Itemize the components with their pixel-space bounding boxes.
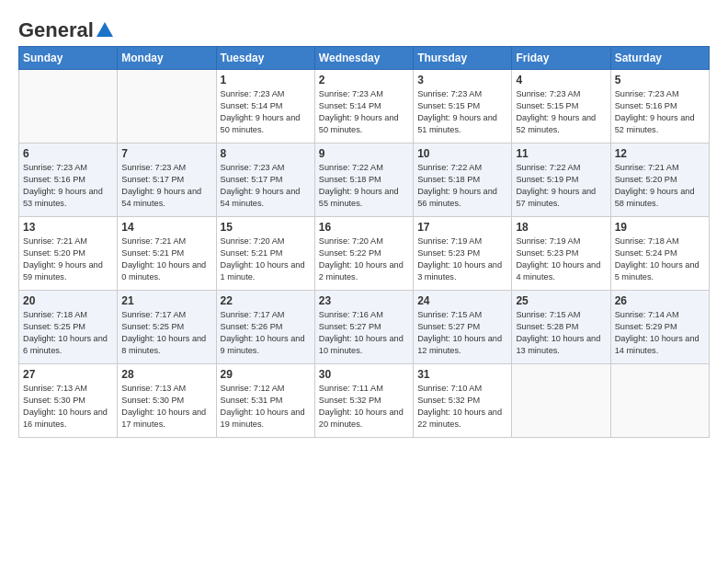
- day-info: Sunrise: 7:13 AMSunset: 5:30 PMDaylight:…: [23, 383, 113, 431]
- calendar-cell: 9Sunrise: 7:22 AMSunset: 5:18 PMDaylight…: [314, 144, 413, 217]
- day-info: Sunrise: 7:11 AMSunset: 5:32 PMDaylight:…: [319, 383, 409, 431]
- day-number: 24: [417, 294, 507, 307]
- day-info: Sunrise: 7:21 AMSunset: 5:20 PMDaylight:…: [615, 162, 705, 210]
- day-info: Sunrise: 7:23 AMSunset: 5:16 PMDaylight:…: [23, 162, 113, 210]
- day-info: Sunrise: 7:12 AMSunset: 5:31 PMDaylight:…: [221, 383, 311, 431]
- day-info: Sunrise: 7:10 AMSunset: 5:32 PMDaylight:…: [417, 383, 507, 431]
- calendar-cell: [512, 364, 610, 438]
- weekday-header-sunday: Sunday: [19, 47, 118, 70]
- day-number: 13: [23, 221, 113, 234]
- calendar-cell: 31Sunrise: 7:10 AMSunset: 5:32 PMDayligh…: [414, 364, 512, 438]
- calendar-cell: 16Sunrise: 7:20 AMSunset: 5:22 PMDayligh…: [314, 217, 413, 291]
- calendar-week-1: 1Sunrise: 7:23 AMSunset: 5:14 PMDaylight…: [19, 70, 710, 144]
- calendar-cell: [610, 364, 709, 438]
- day-info: Sunrise: 7:21 AMSunset: 5:21 PMDaylight:…: [121, 236, 211, 283]
- day-info: Sunrise: 7:15 AMSunset: 5:28 PMDaylight:…: [516, 309, 606, 357]
- day-info: Sunrise: 7:22 AMSunset: 5:18 PMDaylight:…: [417, 162, 507, 210]
- calendar-cell: 4Sunrise: 7:23 AMSunset: 5:15 PMDaylight…: [512, 70, 610, 144]
- calendar-cell: 3Sunrise: 7:23 AMSunset: 5:15 PMDaylight…: [414, 70, 512, 144]
- day-info: Sunrise: 7:19 AMSunset: 5:23 PMDaylight:…: [516, 236, 606, 283]
- calendar-cell: 29Sunrise: 7:12 AMSunset: 5:31 PMDayligh…: [216, 364, 314, 438]
- weekday-header-thursday: Thursday: [414, 47, 512, 70]
- day-number: 20: [23, 294, 113, 307]
- day-info: Sunrise: 7:18 AMSunset: 5:24 PMDaylight:…: [615, 236, 705, 283]
- day-number: 28: [121, 368, 211, 381]
- day-info: Sunrise: 7:22 AMSunset: 5:19 PMDaylight:…: [516, 162, 606, 210]
- calendar-cell: 23Sunrise: 7:16 AMSunset: 5:27 PMDayligh…: [314, 291, 413, 364]
- day-info: Sunrise: 7:16 AMSunset: 5:27 PMDaylight:…: [319, 309, 409, 357]
- day-number: 2: [319, 74, 409, 86]
- day-number: 11: [516, 147, 606, 160]
- day-info: Sunrise: 7:23 AMSunset: 5:16 PMDaylight:…: [615, 88, 705, 136]
- page-header: General: [18, 18, 710, 37]
- day-number: 4: [516, 74, 606, 86]
- day-info: Sunrise: 7:23 AMSunset: 5:17 PMDaylight:…: [121, 162, 211, 210]
- calendar-cell: [118, 70, 216, 144]
- day-info: Sunrise: 7:13 AMSunset: 5:30 PMDaylight:…: [121, 383, 211, 431]
- calendar-cell: 22Sunrise: 7:17 AMSunset: 5:26 PMDayligh…: [216, 291, 314, 364]
- day-number: 8: [221, 147, 311, 160]
- day-number: 3: [417, 74, 507, 86]
- calendar-cell: 24Sunrise: 7:15 AMSunset: 5:27 PMDayligh…: [414, 291, 512, 364]
- calendar-week-5: 27Sunrise: 7:13 AMSunset: 5:30 PMDayligh…: [19, 364, 710, 438]
- day-number: 5: [615, 74, 705, 86]
- day-info: Sunrise: 7:19 AMSunset: 5:23 PMDaylight:…: [417, 236, 507, 283]
- calendar-cell: 8Sunrise: 7:23 AMSunset: 5:17 PMDaylight…: [216, 144, 314, 217]
- day-info: Sunrise: 7:21 AMSunset: 5:20 PMDaylight:…: [23, 236, 113, 283]
- day-number: 27: [23, 368, 113, 381]
- day-number: 6: [23, 147, 113, 160]
- day-info: Sunrise: 7:15 AMSunset: 5:27 PMDaylight:…: [417, 309, 507, 357]
- calendar-cell: 12Sunrise: 7:21 AMSunset: 5:20 PMDayligh…: [610, 144, 709, 217]
- day-number: 29: [221, 368, 311, 381]
- day-number: 22: [221, 294, 311, 307]
- logo: General: [18, 18, 116, 37]
- day-number: 1: [221, 74, 311, 86]
- calendar-week-3: 13Sunrise: 7:21 AMSunset: 5:20 PMDayligh…: [19, 217, 710, 291]
- day-number: 10: [417, 147, 507, 160]
- day-number: 18: [516, 221, 606, 234]
- calendar-cell: 20Sunrise: 7:18 AMSunset: 5:25 PMDayligh…: [19, 291, 118, 364]
- calendar-cell: 14Sunrise: 7:21 AMSunset: 5:21 PMDayligh…: [118, 217, 216, 291]
- day-info: Sunrise: 7:22 AMSunset: 5:18 PMDaylight:…: [319, 162, 409, 210]
- weekday-header-friday: Friday: [512, 47, 610, 70]
- day-number: 16: [319, 221, 409, 234]
- calendar-cell: [19, 70, 118, 144]
- day-info: Sunrise: 7:23 AMSunset: 5:15 PMDaylight:…: [417, 88, 507, 136]
- calendar-cell: 5Sunrise: 7:23 AMSunset: 5:16 PMDaylight…: [610, 70, 709, 144]
- svg-marker-0: [97, 22, 113, 37]
- calendar-cell: 21Sunrise: 7:17 AMSunset: 5:25 PMDayligh…: [118, 291, 216, 364]
- calendar-cell: 26Sunrise: 7:14 AMSunset: 5:29 PMDayligh…: [610, 291, 709, 364]
- calendar-week-4: 20Sunrise: 7:18 AMSunset: 5:25 PMDayligh…: [19, 291, 710, 364]
- calendar-cell: 6Sunrise: 7:23 AMSunset: 5:16 PMDaylight…: [19, 144, 118, 217]
- calendar-cell: 28Sunrise: 7:13 AMSunset: 5:30 PMDayligh…: [118, 364, 216, 438]
- calendar-cell: 30Sunrise: 7:11 AMSunset: 5:32 PMDayligh…: [314, 364, 413, 438]
- day-number: 15: [221, 221, 311, 234]
- calendar-cell: 13Sunrise: 7:21 AMSunset: 5:20 PMDayligh…: [19, 217, 118, 291]
- calendar: SundayMondayTuesdayWednesdayThursdayFrid…: [18, 46, 710, 438]
- day-info: Sunrise: 7:20 AMSunset: 5:21 PMDaylight:…: [221, 236, 311, 283]
- logo-icon: [95, 20, 115, 40]
- weekday-header-wednesday: Wednesday: [314, 47, 413, 70]
- calendar-cell: 1Sunrise: 7:23 AMSunset: 5:14 PMDaylight…: [216, 70, 314, 144]
- calendar-cell: 17Sunrise: 7:19 AMSunset: 5:23 PMDayligh…: [414, 217, 512, 291]
- day-number: 31: [417, 368, 507, 381]
- day-info: Sunrise: 7:17 AMSunset: 5:25 PMDaylight:…: [121, 309, 211, 357]
- calendar-cell: 15Sunrise: 7:20 AMSunset: 5:21 PMDayligh…: [216, 217, 314, 291]
- weekday-header-tuesday: Tuesday: [216, 47, 314, 70]
- day-info: Sunrise: 7:23 AMSunset: 5:17 PMDaylight:…: [221, 162, 311, 210]
- day-number: 7: [121, 147, 211, 160]
- logo-general: General: [18, 18, 94, 42]
- day-number: 14: [121, 221, 211, 234]
- weekday-header-saturday: Saturday: [610, 47, 709, 70]
- calendar-week-2: 6Sunrise: 7:23 AMSunset: 5:16 PMDaylight…: [19, 144, 710, 217]
- day-number: 12: [615, 147, 705, 160]
- day-number: 30: [319, 368, 409, 381]
- day-number: 9: [319, 147, 409, 160]
- calendar-cell: 27Sunrise: 7:13 AMSunset: 5:30 PMDayligh…: [19, 364, 118, 438]
- calendar-cell: 25Sunrise: 7:15 AMSunset: 5:28 PMDayligh…: [512, 291, 610, 364]
- weekday-header-row: SundayMondayTuesdayWednesdayThursdayFrid…: [19, 47, 710, 70]
- day-number: 17: [417, 221, 507, 234]
- calendar-cell: 7Sunrise: 7:23 AMSunset: 5:17 PMDaylight…: [118, 144, 216, 217]
- day-info: Sunrise: 7:17 AMSunset: 5:26 PMDaylight:…: [221, 309, 311, 357]
- day-info: Sunrise: 7:23 AMSunset: 5:14 PMDaylight:…: [319, 88, 409, 136]
